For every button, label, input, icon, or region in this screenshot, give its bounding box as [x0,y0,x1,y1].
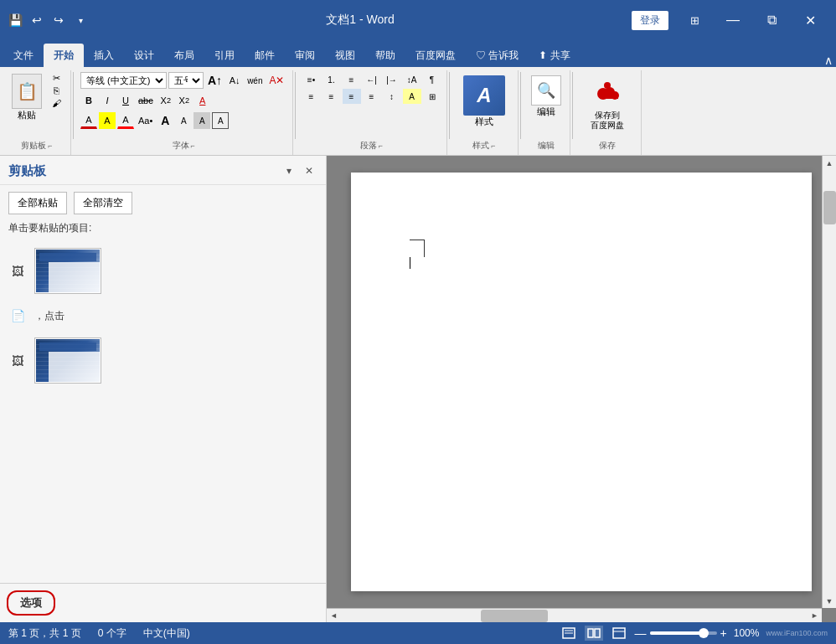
bold-button[interactable]: B [80,92,97,109]
save-to-cloud-button[interactable]: 保存到百度网盘 [586,72,628,134]
list-item[interactable]: 🖼 [3,333,323,388]
underline-button[interactable]: U [117,92,134,109]
panel-close-button[interactable]: ✕ [301,162,317,179]
align-left-button[interactable]: ≡ [302,89,321,104]
scroll-track-vertical[interactable] [823,170,837,594]
decrease-indent-button[interactable]: ←| [363,72,381,87]
font-grow2-button[interactable]: A [157,112,173,129]
pinyin-button[interactable]: wén [245,72,265,89]
font-shrink2-button[interactable]: A [175,112,192,129]
format-painter-button[interactable]: 🖌 [47,97,65,109]
highlight-button[interactable]: A [99,112,116,129]
sep-1 [73,72,74,139]
copy-button[interactable]: ⎘ [47,85,65,96]
change-case-button[interactable]: Aa• [136,112,155,129]
paste-all-button[interactable]: 全部粘贴 [8,192,67,214]
tab-references[interactable]: 引用 [204,44,245,67]
zoom-plus-button[interactable]: + [720,626,727,640]
font-name-dropdown[interactable]: 等线 (中文正文) [80,72,167,89]
login-button[interactable]: 登录 [632,11,668,30]
scroll-down-button[interactable]: ▼ [823,594,837,608]
preview-image-2 [36,339,100,382]
read-mode-button[interactable] [585,626,603,641]
document-page[interactable] [351,173,812,591]
zoom-minus-button[interactable]: — [635,626,647,640]
tab-home[interactable]: 开始 [44,44,84,67]
tab-layout[interactable]: 布局 [164,44,204,67]
redo-icon[interactable]: ↪ [50,12,67,28]
customize-icon[interactable]: ▾ [72,12,89,28]
font-color-button[interactable]: A [194,92,211,109]
undo-icon[interactable]: ↩ [28,12,45,28]
superscript-button[interactable]: X2 [176,92,193,109]
clear-format-button[interactable]: A✕ [266,72,286,89]
tab-view[interactable]: 视图 [325,44,365,67]
cut-button[interactable]: ✂ [47,72,65,84]
style-button[interactable]: A 样式 [460,72,508,131]
panel-dropdown-button[interactable]: ▾ [281,162,297,179]
char-border-button[interactable]: A [212,112,229,129]
find-button[interactable]: 🔍 编辑 [528,72,565,121]
close-button[interactable]: ✕ [791,7,829,33]
line-spacing-button[interactable]: ↕ [383,89,401,104]
char-shading-button[interactable]: A [194,112,210,129]
scroll-left-button[interactable]: ◄ [327,609,341,623]
tab-help[interactable]: 帮助 [365,44,405,67]
align-right-button[interactable]: ≡ [343,89,361,104]
zoom-percentage[interactable]: 100% [734,627,760,639]
tab-insert[interactable]: 插入 [84,44,124,67]
font-shrink-button[interactable]: A↓ [226,72,243,89]
subscript-button[interactable]: X2 [157,92,174,109]
font-name-select[interactable]: 等线 (中文正文) [80,72,167,89]
align-center-button[interactable]: ≡ [323,89,341,104]
font-expand-icon[interactable]: ⌐ [191,142,195,150]
paste-button[interactable]: 📋 粘贴 [8,72,45,123]
para-border-button[interactable]: ⊞ [423,89,441,104]
options-button[interactable]: 选项 [7,590,55,616]
zoom-slider-thumb[interactable] [699,628,709,638]
numbered-list-button[interactable]: 1. [323,72,341,87]
para-expand-icon[interactable]: ⌐ [379,142,383,150]
vertical-scrollbar[interactable]: ▲ ▼ [822,156,836,608]
scroll-up-button[interactable]: ▲ [823,156,837,170]
list-item[interactable]: 🖼 [3,244,323,298]
scroll-track-horizontal[interactable] [341,609,808,623]
web-layout-button[interactable] [610,626,628,641]
font-color3-button[interactable]: A [117,112,134,129]
clear-all-button[interactable]: 全部清空 [74,192,132,214]
print-layout-button[interactable] [560,626,578,641]
font-grow-button[interactable]: A↑ [205,72,224,89]
tab-review[interactable]: 审阅 [285,44,325,67]
font-color2-button[interactable]: A [80,112,97,129]
list-item[interactable]: 📄 ，点击 [3,301,323,330]
italic-button[interactable]: I [99,92,116,109]
font-size-dropdown[interactable]: 五号 [168,72,204,89]
scroll-thumb-horizontal[interactable] [481,610,548,622]
tab-baidu[interactable]: 百度网盘 [405,44,466,67]
scroll-thumb-vertical[interactable] [823,191,836,224]
strikethrough-button[interactable]: abc [136,92,156,109]
scroll-right-button[interactable]: ► [808,609,822,623]
sort-button[interactable]: ↕A [403,72,421,87]
horizontal-scrollbar[interactable]: ◄ ► [327,608,822,622]
tab-tellme[interactable]: ♡ 告诉我 [466,44,529,67]
zoom-slider-track[interactable] [650,631,717,635]
font-size-select[interactable]: 五号 [168,72,204,89]
tab-design[interactable]: 设计 [124,44,164,67]
ribbon-collapse-button[interactable]: ∧ [824,54,833,67]
save-icon[interactable]: 💾 [7,12,23,28]
tab-share[interactable]: ⬆ 共享 [529,44,580,67]
increase-indent-button[interactable]: |→ [383,72,401,87]
para-shading-button[interactable]: A [403,89,421,104]
multilevel-list-button[interactable]: ≡ [343,72,361,87]
document-area[interactable]: ▲ ▼ ◄ ► [327,156,836,622]
restore-button[interactable]: ⧉ [752,7,791,33]
show-marks-button[interactable]: ¶ [423,72,441,87]
bullet-list-button[interactable]: ≡• [302,72,321,87]
clipboard-expand-icon[interactable]: ⌐ [48,142,52,150]
minimize-button[interactable]: — [714,7,752,33]
style-expand-icon[interactable]: ⌐ [491,142,495,150]
justify-button[interactable]: ≡ [363,89,381,104]
tab-mail[interactable]: 邮件 [245,44,285,67]
tab-file[interactable]: 文件 [3,44,44,67]
